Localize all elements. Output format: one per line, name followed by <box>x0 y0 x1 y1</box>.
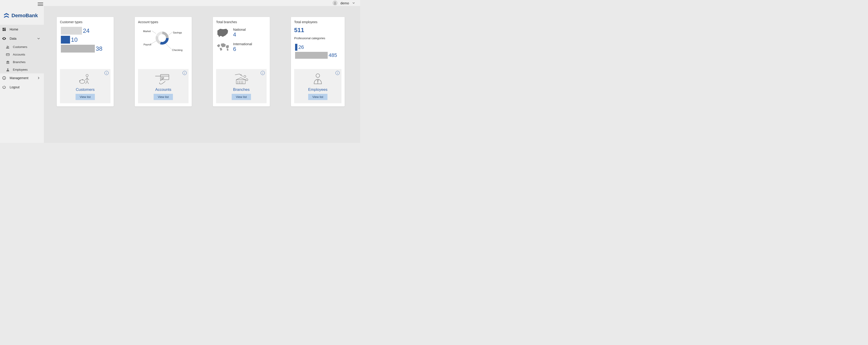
accounts-art-icon <box>140 72 186 86</box>
svg-rect-39 <box>236 80 245 84</box>
svg-rect-3 <box>2 30 4 31</box>
bar <box>61 36 70 43</box>
card-account-types: Account types Market Savings Payroll Che… <box>135 17 192 106</box>
svg-point-6 <box>8 46 9 47</box>
dashboard-content: Customer types 24 10 38 <box>44 6 360 143</box>
sidebar-sub-employees[interactable]: Employees <box>0 66 44 73</box>
info-icon[interactable]: i <box>336 71 340 75</box>
svg-rect-7 <box>6 54 9 56</box>
info-icon[interactable]: i <box>260 71 265 75</box>
card-branches: Total branches National 4 <box>213 17 270 106</box>
svg-rect-2 <box>4 29 6 31</box>
bar-row: 24 <box>61 27 111 35</box>
svg-point-19 <box>335 2 336 3</box>
sidebar-item-data[interactable]: Data <box>0 34 44 43</box>
power-icon <box>2 85 6 90</box>
chevron-down-icon[interactable] <box>352 1 355 5</box>
topbar: demo <box>44 0 360 6</box>
view-list-button[interactable]: View list <box>154 94 173 100</box>
customer-types-chart: 24 10 38 <box>60 27 111 53</box>
card-icon <box>5 52 10 57</box>
view-list-button[interactable]: View list <box>232 94 251 100</box>
svg-point-38 <box>246 79 248 81</box>
footer-label: Customers <box>62 88 108 92</box>
info-icon[interactable]: i <box>104 71 108 75</box>
branch-value: 4 <box>233 31 246 38</box>
employees-chart: 26 485 <box>294 43 341 59</box>
people-icon <box>5 45 10 49</box>
card-footer: i Branches View list <box>216 69 267 103</box>
card-title: Customer types <box>60 20 111 24</box>
branch-label: National <box>233 28 246 31</box>
bar <box>61 45 95 53</box>
svg-line-25 <box>87 81 89 84</box>
svg-rect-0 <box>2 28 4 29</box>
branch-row-international: International 6 <box>216 42 267 52</box>
card-title: Account types <box>138 20 188 24</box>
employees-art-icon <box>297 72 339 86</box>
dashboard-icon <box>2 27 6 32</box>
card-title: Total employees <box>294 20 341 24</box>
bar-value: 26 <box>298 44 304 50</box>
branch-label: International <box>233 42 252 46</box>
sidebar-sub-label: Employees <box>13 68 28 71</box>
info-icon[interactable]: i <box>183 71 187 75</box>
main: demo Customer types 24 10 <box>44 0 360 143</box>
brand-logo-icon <box>3 12 10 19</box>
bar-row: 26 <box>295 43 341 51</box>
avatar[interactable] <box>333 0 338 5</box>
svg-rect-10 <box>7 62 8 63</box>
svg-rect-12 <box>9 62 9 63</box>
brand-name: DemoBank <box>11 12 38 19</box>
account-types-chart: Market Savings Payroll Checking <box>138 27 186 54</box>
svg-point-14 <box>7 68 8 69</box>
svg-point-26 <box>80 79 85 83</box>
sidebar-item-label: Logout <box>10 85 20 89</box>
svg-line-23 <box>87 78 89 80</box>
map-world-icon <box>216 42 229 52</box>
branch-value: 6 <box>233 46 252 52</box>
sidebar-item-management[interactable]: Management <box>0 73 44 82</box>
chevron-down-icon <box>36 36 41 41</box>
sidebar-item-home[interactable]: Home <box>0 25 44 34</box>
card-customer-types: Customer types 24 10 38 <box>57 17 114 106</box>
info-icon <box>2 76 6 80</box>
bank-icon <box>5 60 10 65</box>
employees-total: 511 <box>294 27 341 34</box>
footer-label: Employees <box>297 88 339 92</box>
brand: DemoBank <box>0 8 44 25</box>
svg-rect-13 <box>6 63 9 64</box>
branches-art-icon <box>218 72 264 86</box>
view-list-button[interactable]: View list <box>75 94 95 100</box>
sidebar-sub-branches[interactable]: Branches <box>0 58 44 66</box>
eye-icon <box>2 36 6 41</box>
bar <box>295 44 298 51</box>
branch-row-national: National 4 <box>216 28 267 38</box>
card-footer: i Customers View list <box>60 69 111 103</box>
employees-subtitle: Professional categories <box>294 36 341 40</box>
sidebar-item-label: Data <box>10 37 17 40</box>
svg-point-4 <box>4 38 4 39</box>
svg-rect-11 <box>8 62 8 63</box>
card-employees: Total employees 511 Professional categor… <box>291 17 345 106</box>
sidebar-sub-label: Branches <box>13 60 26 64</box>
bar-row: 485 <box>295 51 341 59</box>
svg-rect-9 <box>7 62 7 63</box>
svg-point-37 <box>244 75 246 77</box>
sidebar-item-label: Management <box>10 76 29 80</box>
bar-value: 485 <box>329 52 337 58</box>
person-icon <box>5 67 10 72</box>
sidebar-sub-accounts[interactable]: Accounts <box>0 51 44 58</box>
sidebar-item-logout[interactable]: Logout <box>0 82 44 92</box>
hamburger-icon[interactable] <box>38 1 43 7</box>
sidebar-item-label: Home <box>10 28 18 31</box>
svg-point-20 <box>86 74 88 77</box>
sidebar-sub-customers[interactable]: Customers <box>0 43 44 51</box>
bar-value: 38 <box>96 45 102 52</box>
view-list-button[interactable]: View list <box>308 94 327 100</box>
footer-label: Branches <box>218 88 264 92</box>
leader-lines-icon <box>138 27 186 54</box>
card-footer: i Accounts View list <box>138 69 188 103</box>
bar-value: 24 <box>83 27 90 34</box>
card-title: Total branches <box>216 20 267 24</box>
